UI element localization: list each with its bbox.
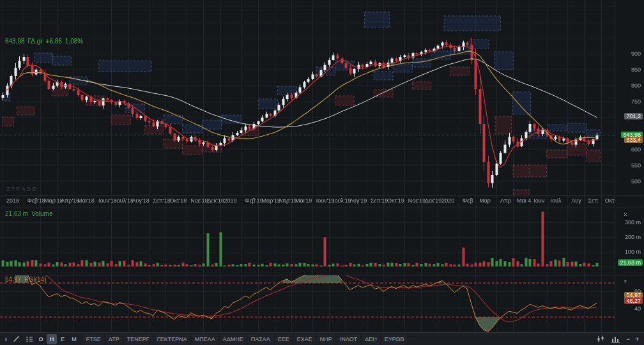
ticker-button[interactable]: ΓΕΚΤΕΡΝΑ bbox=[154, 334, 190, 344]
ticker-button[interactable]: ΤΕΝΕΡΓ bbox=[124, 334, 153, 344]
interval-week-button[interactable]: Ε bbox=[57, 334, 68, 344]
bottom-toolbar: i Ω Η Ε Μ FTSE ΔΤΡ ΤΕΝΕΡΓ Γ bbox=[0, 332, 644, 345]
list-icon bbox=[26, 336, 33, 342]
ticker-button[interactable]: ΔΕΗ bbox=[362, 334, 380, 344]
ticker-shortcuts: FTSE ΔΤΡ ΤΕΝΕΡΓ ΓΕΚΤΕΡΝΑ ΜΠΕΛΑ ΑΔΜΗΕ ΠΑΣ… bbox=[83, 334, 408, 344]
volume-bars-button[interactable] bbox=[609, 334, 623, 344]
zoom-in-button[interactable]: + bbox=[633, 334, 641, 344]
interval-month-button[interactable]: Μ bbox=[68, 334, 80, 344]
ticker-button[interactable]: ΙΝΛΟΤ bbox=[337, 334, 360, 344]
price-change-pct: 1,08% bbox=[65, 38, 83, 45]
price-change: +6,86 bbox=[46, 38, 62, 45]
trading-chart-window: 643,98 ΓΔ.gr +6,86 1,08% 21,63 m Volume … bbox=[0, 0, 644, 345]
interval-day-button[interactable]: Η bbox=[47, 334, 57, 344]
rsi-legend: 54,97 RSI(14) bbox=[5, 276, 46, 283]
rsi-pane-close-icon[interactable]: × bbox=[622, 278, 629, 284]
ticker-button[interactable]: ΜΠΕΛΑ bbox=[192, 334, 218, 344]
ticker-button[interactable]: ΕΕΕ bbox=[275, 334, 293, 344]
ticker-button[interactable]: ΑΔΜΗΕ bbox=[220, 334, 247, 344]
volume-value: 21,63 m bbox=[5, 210, 28, 217]
rsi-label: RSI(14) bbox=[24, 276, 46, 283]
watchlist-button[interactable] bbox=[23, 334, 36, 344]
info-icon: i bbox=[5, 336, 7, 342]
info-button[interactable]: i bbox=[3, 334, 10, 344]
volume-legend: 21,63 m Volume bbox=[5, 210, 53, 217]
rsi-value: 54,97 bbox=[5, 276, 21, 283]
symbol-name: ΓΔ.gr bbox=[28, 38, 43, 45]
last-price: 643,98 bbox=[5, 38, 25, 45]
ticker-button[interactable]: FTSE bbox=[83, 334, 104, 344]
omega-icon: Ω bbox=[39, 336, 43, 342]
candlestick-chart-icon bbox=[597, 335, 606, 343]
pencil-icon bbox=[13, 335, 20, 342]
chart-canvas[interactable] bbox=[0, 0, 644, 332]
ticker-button[interactable]: ΕΧΑΕ bbox=[294, 334, 316, 344]
volume-label: Volume bbox=[31, 210, 52, 217]
draw-tool-button[interactable] bbox=[10, 334, 22, 344]
ticker-button[interactable]: ΝΗΡ bbox=[317, 334, 335, 344]
platform-watermark: ZTRADE bbox=[6, 186, 38, 192]
chart-style-candles-button[interactable] bbox=[594, 334, 608, 344]
ticker-button[interactable]: ΕΥΡΩΒ bbox=[381, 334, 408, 344]
indicator-omega-button[interactable]: Ω bbox=[36, 334, 46, 344]
symbol-legend: 643,98 ΓΔ.gr +6,86 1,08% bbox=[5, 38, 83, 45]
ticker-button[interactable]: ΠΑΣΑΛ bbox=[248, 334, 273, 344]
volume-pane-close-icon[interactable]: × bbox=[622, 211, 629, 218]
zoom-out-button[interactable]: − bbox=[624, 334, 632, 344]
bar-chart-icon bbox=[611, 335, 620, 343]
ticker-button[interactable]: ΔΤΡ bbox=[105, 334, 123, 344]
